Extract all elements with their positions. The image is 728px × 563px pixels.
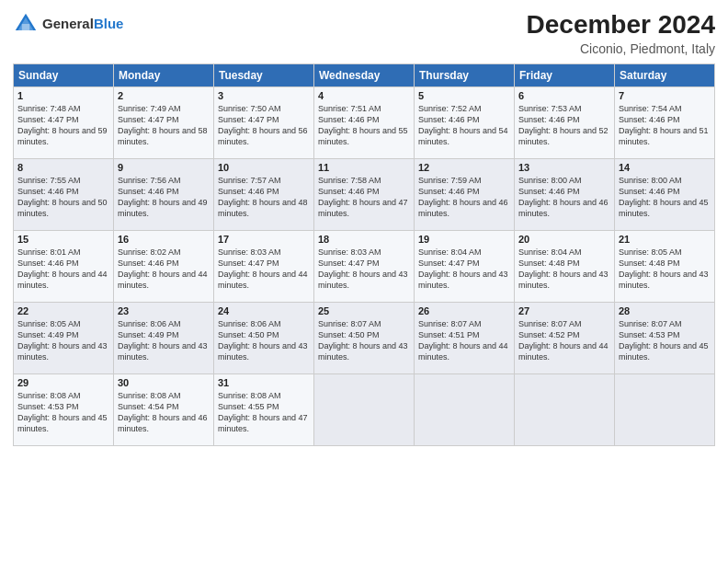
day-content: Sunrise: 8:00 AMSunset: 4:46 PMDaylight:… bbox=[619, 175, 711, 220]
day-content: Sunrise: 7:48 AMSunset: 4:47 PMDaylight:… bbox=[17, 103, 109, 148]
day-content: Sunrise: 8:08 AMSunset: 4:53 PMDaylight:… bbox=[17, 390, 109, 435]
day-content: Sunrise: 8:06 AMSunset: 4:50 PMDaylight:… bbox=[218, 318, 310, 363]
day-content: Sunrise: 8:04 AMSunset: 4:48 PMDaylight:… bbox=[518, 247, 610, 292]
day-number: 1 bbox=[17, 90, 109, 101]
day-cell: 21Sunrise: 8:05 AMSunset: 4:48 PMDayligh… bbox=[615, 230, 715, 302]
day-content: Sunrise: 8:03 AMSunset: 4:47 PMDaylight:… bbox=[318, 247, 410, 292]
day-cell: 27Sunrise: 8:07 AMSunset: 4:52 PMDayligh… bbox=[515, 302, 615, 373]
col-header-friday: Friday bbox=[515, 63, 615, 86]
logo: GeneralBlue bbox=[13, 11, 123, 37]
logo-text: GeneralBlue bbox=[42, 16, 123, 32]
day-content: Sunrise: 7:52 AMSunset: 4:46 PMDaylight:… bbox=[418, 103, 510, 148]
week-row-2: 8Sunrise: 7:55 AMSunset: 4:46 PMDaylight… bbox=[14, 158, 715, 230]
day-number: 19 bbox=[418, 234, 510, 245]
col-header-thursday: Thursday bbox=[415, 63, 515, 86]
day-cell: 26Sunrise: 8:07 AMSunset: 4:51 PMDayligh… bbox=[415, 302, 515, 373]
day-cell: 8Sunrise: 7:55 AMSunset: 4:46 PMDaylight… bbox=[14, 158, 114, 230]
day-number: 6 bbox=[518, 90, 610, 101]
day-cell: 11Sunrise: 7:58 AMSunset: 4:46 PMDayligh… bbox=[314, 158, 415, 230]
day-cell: 23Sunrise: 8:06 AMSunset: 4:49 PMDayligh… bbox=[114, 302, 214, 373]
day-number: 25 bbox=[318, 305, 410, 316]
day-cell bbox=[314, 373, 415, 445]
day-content: Sunrise: 8:08 AMSunset: 4:54 PMDaylight:… bbox=[118, 390, 210, 435]
day-content: Sunrise: 8:03 AMSunset: 4:47 PMDaylight:… bbox=[218, 247, 310, 292]
day-number: 22 bbox=[17, 305, 109, 316]
day-cell: 14Sunrise: 8:00 AMSunset: 4:46 PMDayligh… bbox=[615, 158, 715, 230]
day-number: 30 bbox=[118, 377, 210, 388]
logo-general: GeneralBlue bbox=[42, 16, 123, 32]
week-row-3: 15Sunrise: 8:01 AMSunset: 4:46 PMDayligh… bbox=[14, 230, 715, 302]
col-header-wednesday: Wednesday bbox=[314, 63, 415, 86]
day-number: 14 bbox=[619, 162, 711, 173]
col-header-monday: Monday bbox=[114, 63, 214, 86]
day-number: 11 bbox=[318, 162, 410, 173]
day-content: Sunrise: 7:58 AMSunset: 4:46 PMDaylight:… bbox=[318, 175, 410, 220]
day-cell: 17Sunrise: 8:03 AMSunset: 4:47 PMDayligh… bbox=[214, 230, 314, 302]
logo-icon bbox=[13, 11, 39, 37]
day-number: 2 bbox=[118, 90, 210, 101]
day-number: 31 bbox=[218, 377, 310, 388]
day-number: 8 bbox=[17, 162, 109, 173]
day-cell: 16Sunrise: 8:02 AMSunset: 4:46 PMDayligh… bbox=[114, 230, 214, 302]
day-cell: 10Sunrise: 7:57 AMSunset: 4:46 PMDayligh… bbox=[214, 158, 314, 230]
col-header-saturday: Saturday bbox=[615, 63, 715, 86]
day-content: Sunrise: 8:07 AMSunset: 4:51 PMDaylight:… bbox=[418, 318, 510, 363]
day-content: Sunrise: 8:02 AMSunset: 4:46 PMDaylight:… bbox=[118, 247, 210, 292]
day-content: Sunrise: 8:00 AMSunset: 4:46 PMDaylight:… bbox=[518, 175, 610, 220]
day-number: 15 bbox=[17, 234, 109, 245]
day-number: 5 bbox=[418, 90, 510, 101]
day-cell: 29Sunrise: 8:08 AMSunset: 4:53 PMDayligh… bbox=[14, 373, 114, 445]
day-number: 28 bbox=[619, 305, 711, 316]
day-content: Sunrise: 8:07 AMSunset: 4:50 PMDaylight:… bbox=[318, 318, 410, 363]
day-number: 7 bbox=[619, 90, 711, 101]
day-number: 10 bbox=[218, 162, 310, 173]
week-row-5: 29Sunrise: 8:08 AMSunset: 4:53 PMDayligh… bbox=[14, 373, 715, 445]
day-number: 18 bbox=[318, 234, 410, 245]
day-number: 13 bbox=[518, 162, 610, 173]
calendar-header: SundayMondayTuesdayWednesdayThursdayFrid… bbox=[14, 63, 715, 86]
day-cell: 24Sunrise: 8:06 AMSunset: 4:50 PMDayligh… bbox=[214, 302, 314, 373]
day-number: 27 bbox=[518, 305, 610, 316]
week-row-1: 1Sunrise: 7:48 AMSunset: 4:47 PMDaylight… bbox=[14, 86, 715, 158]
day-content: Sunrise: 7:49 AMSunset: 4:47 PMDaylight:… bbox=[118, 103, 210, 148]
day-cell: 9Sunrise: 7:56 AMSunset: 4:46 PMDaylight… bbox=[114, 158, 214, 230]
day-content: Sunrise: 8:04 AMSunset: 4:47 PMDaylight:… bbox=[418, 247, 510, 292]
col-header-sunday: Sunday bbox=[14, 63, 114, 86]
day-content: Sunrise: 7:51 AMSunset: 4:46 PMDaylight:… bbox=[318, 103, 410, 148]
day-content: Sunrise: 8:01 AMSunset: 4:46 PMDaylight:… bbox=[17, 247, 109, 292]
day-number: 3 bbox=[218, 90, 310, 101]
day-cell: 22Sunrise: 8:05 AMSunset: 4:49 PMDayligh… bbox=[14, 302, 114, 373]
day-number: 4 bbox=[318, 90, 410, 101]
day-content: Sunrise: 7:59 AMSunset: 4:46 PMDaylight:… bbox=[418, 175, 510, 220]
day-content: Sunrise: 7:57 AMSunset: 4:46 PMDaylight:… bbox=[218, 175, 310, 220]
day-number: 12 bbox=[418, 162, 510, 173]
day-cell: 30Sunrise: 8:08 AMSunset: 4:54 PMDayligh… bbox=[114, 373, 214, 445]
header-row: SundayMondayTuesdayWednesdayThursdayFrid… bbox=[14, 63, 715, 86]
week-row-4: 22Sunrise: 8:05 AMSunset: 4:49 PMDayligh… bbox=[14, 302, 715, 373]
day-cell: 4Sunrise: 7:51 AMSunset: 4:46 PMDaylight… bbox=[314, 86, 415, 158]
day-cell: 28Sunrise: 8:07 AMSunset: 4:53 PMDayligh… bbox=[615, 302, 715, 373]
day-content: Sunrise: 7:55 AMSunset: 4:46 PMDaylight:… bbox=[17, 175, 109, 220]
day-cell: 3Sunrise: 7:50 AMSunset: 4:47 PMDaylight… bbox=[214, 86, 314, 158]
day-cell: 2Sunrise: 7:49 AMSunset: 4:47 PMDaylight… bbox=[114, 86, 214, 158]
svg-rect-2 bbox=[22, 24, 29, 30]
day-number: 20 bbox=[518, 234, 610, 245]
day-number: 9 bbox=[118, 162, 210, 173]
day-cell: 13Sunrise: 8:00 AMSunset: 4:46 PMDayligh… bbox=[515, 158, 615, 230]
day-cell: 18Sunrise: 8:03 AMSunset: 4:47 PMDayligh… bbox=[314, 230, 415, 302]
day-cell: 19Sunrise: 8:04 AMSunset: 4:47 PMDayligh… bbox=[415, 230, 515, 302]
day-content: Sunrise: 8:07 AMSunset: 4:52 PMDaylight:… bbox=[518, 318, 610, 363]
day-content: Sunrise: 7:54 AMSunset: 4:46 PMDaylight:… bbox=[619, 103, 711, 148]
day-cell: 15Sunrise: 8:01 AMSunset: 4:46 PMDayligh… bbox=[14, 230, 114, 302]
day-content: Sunrise: 8:07 AMSunset: 4:53 PMDaylight:… bbox=[619, 318, 711, 363]
day-cell: 5Sunrise: 7:52 AMSunset: 4:46 PMDaylight… bbox=[415, 86, 515, 158]
day-number: 16 bbox=[118, 234, 210, 245]
title-block: December 2024 Ciconio, Piedmont, Italy bbox=[527, 11, 715, 56]
day-number: 21 bbox=[619, 234, 711, 245]
calendar-body: 1Sunrise: 7:48 AMSunset: 4:47 PMDaylight… bbox=[14, 86, 715, 445]
day-number: 17 bbox=[218, 234, 310, 245]
day-content: Sunrise: 8:08 AMSunset: 4:55 PMDaylight:… bbox=[218, 390, 310, 435]
calendar: SundayMondayTuesdayWednesdayThursdayFrid… bbox=[13, 63, 715, 446]
day-content: Sunrise: 7:53 AMSunset: 4:46 PMDaylight:… bbox=[518, 103, 610, 148]
month-title: December 2024 bbox=[527, 11, 715, 40]
